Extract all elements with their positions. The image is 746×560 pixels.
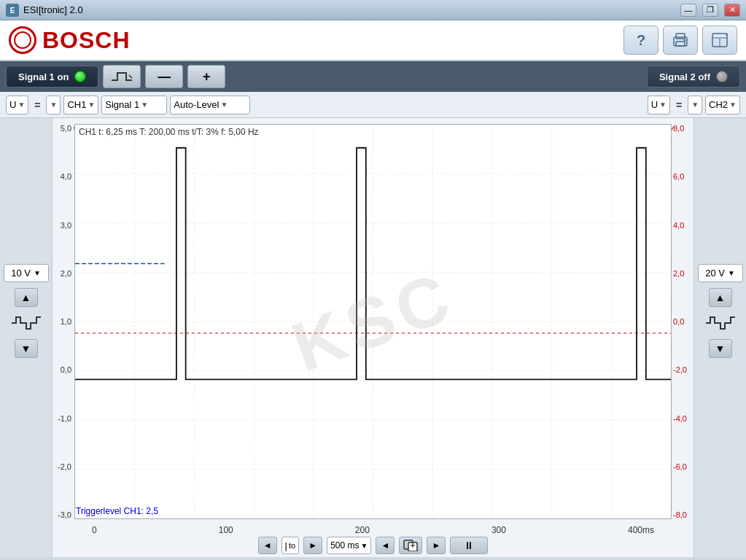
signal2-button[interactable]: Signal 2 off bbox=[647, 66, 740, 88]
ch2-unit-select[interactable]: U ▼ bbox=[648, 96, 670, 114]
nav-left-button[interactable]: ◄ bbox=[258, 537, 277, 554]
y-left-1: 1,0 bbox=[57, 317, 71, 326]
ch2-unit-label: U bbox=[651, 99, 658, 110]
minimize-button[interactable]: — bbox=[680, 4, 696, 17]
chart-area: V V 5,0 4,0 3,0 2,0 1,0 0,0 -1,0 -2,0 -3… bbox=[53, 118, 693, 557]
y-left-n1: -1,0 bbox=[57, 414, 71, 423]
time-axis: 0 100 200 300 400ms bbox=[70, 525, 676, 535]
ch2-volt-arrow: ▼ bbox=[728, 269, 735, 277]
time-400: 400ms bbox=[628, 525, 654, 535]
ch2-eq-arrow-select[interactable]: ▼ bbox=[688, 96, 702, 114]
y-axis-right: 8,0 6,0 4,0 2,0 0,0 -2,0 -4,0 -6,0 -8,0 bbox=[673, 124, 689, 519]
time-position-control[interactable]: | to bbox=[281, 537, 300, 554]
signal1-indicator bbox=[74, 71, 86, 82]
y-right-6: 6,0 bbox=[673, 172, 689, 181]
time-window-select[interactable]: 500 ms ▼ bbox=[327, 537, 371, 554]
time-200: 200 bbox=[355, 525, 370, 535]
signal-bar: Signal 1 on — + Signal 2 off bbox=[0, 61, 746, 92]
ch1-down-icon: ▼ bbox=[21, 343, 31, 354]
svg-point-5 bbox=[684, 39, 686, 42]
y-right-n6: -6,0 bbox=[673, 462, 689, 471]
copy-left-button[interactable]: ◄ bbox=[376, 537, 395, 554]
level-select[interactable]: Auto-Level ▼ bbox=[170, 96, 250, 114]
ch1-volt-label: 10 V bbox=[11, 268, 31, 279]
y-left-2: 2,0 bbox=[57, 269, 71, 278]
bosch-circle-inner-icon bbox=[14, 31, 31, 49]
ch2-volt-label: 20 V bbox=[705, 268, 725, 279]
svg-text:+: + bbox=[726, 33, 728, 37]
ch1-wave-icon bbox=[9, 313, 44, 333]
time-window-arrow: ▼ bbox=[361, 542, 368, 550]
header-buttons: ? + bbox=[623, 26, 737, 55]
svg-text:E: E bbox=[10, 7, 15, 15]
nav-right-button[interactable]: ► bbox=[303, 537, 322, 554]
y-left-4: 4,0 bbox=[57, 172, 71, 181]
level-arrow: ▼ bbox=[220, 101, 228, 109]
level-label: Auto-Level bbox=[174, 99, 219, 110]
ch1-down-button[interactable]: ▼ bbox=[15, 339, 38, 358]
svg-rect-3 bbox=[676, 34, 685, 39]
ch2-down-button[interactable]: ▼ bbox=[709, 339, 732, 358]
signal1-select[interactable]: Signal 1 ▼ bbox=[101, 96, 167, 114]
ch2-volt-select[interactable]: 20 V ▼ bbox=[698, 264, 743, 282]
bottom-controls: ◄ | to ► 500 ms ▼ ◄ ► ⏸ bbox=[70, 537, 676, 554]
ch1-unit-arrow: ▼ bbox=[18, 101, 25, 109]
signal1-label: Signal 1 on bbox=[18, 71, 69, 82]
copy-right-button[interactable]: ► bbox=[427, 537, 446, 554]
layout-button[interactable]: + bbox=[702, 26, 737, 55]
ch2-select[interactable]: CH2 ▼ bbox=[705, 96, 740, 114]
y-left-5: 5,0 bbox=[57, 124, 71, 133]
y-right-n8: -8,0 bbox=[673, 510, 689, 519]
ch2-eq: = bbox=[673, 99, 685, 111]
bosch-logo: BOSCH bbox=[9, 26, 131, 54]
ch1-select[interactable]: CH1 ▼ bbox=[63, 96, 98, 114]
plus-button[interactable]: + bbox=[187, 65, 225, 88]
print-icon bbox=[672, 33, 688, 47]
print-button[interactable] bbox=[663, 26, 698, 55]
ch2-label: CH2 bbox=[709, 99, 728, 110]
pause-icon: ⏸ bbox=[464, 540, 474, 551]
y-left-n2: -2,0 bbox=[57, 462, 71, 471]
y-right-2: 2,0 bbox=[673, 269, 689, 278]
signal1-button[interactable]: Signal 1 on bbox=[6, 66, 98, 88]
signal1-arrow: ▼ bbox=[141, 101, 148, 109]
signal2-indicator bbox=[716, 71, 728, 82]
trigger-icon bbox=[110, 69, 133, 84]
trigger-level-label: Triggerlevel CH1: 2,5 bbox=[76, 506, 158, 516]
help-button[interactable]: ? bbox=[623, 26, 658, 55]
maximize-button[interactable]: ❐ bbox=[702, 4, 718, 17]
ch1-eq: = bbox=[31, 99, 43, 111]
to-label: to bbox=[289, 541, 295, 550]
time-0: 0 bbox=[92, 525, 97, 535]
minus-button[interactable]: — bbox=[145, 65, 183, 88]
ch2-up-button[interactable]: ▲ bbox=[709, 288, 732, 307]
pause-button[interactable]: ⏸ bbox=[450, 537, 488, 554]
oscilloscope-canvas bbox=[75, 125, 671, 518]
ch1-volt-select[interactable]: 10 V ▼ bbox=[4, 264, 49, 282]
trigger-button[interactable] bbox=[103, 65, 141, 88]
header: BOSCH ? + bbox=[0, 20, 746, 61]
title-bar: E ESI[tronic] 2.0 — ❐ ✕ bbox=[0, 0, 746, 20]
signal1-select-label: Signal 1 bbox=[105, 99, 139, 110]
main-area: 10 V ▼ ▲ ▼ V V 5,0 4,0 3,0 2,0 1,0 0,0 -… bbox=[0, 118, 746, 557]
ch1-up-button[interactable]: ▲ bbox=[15, 288, 38, 307]
y-axis-left: 5,0 4,0 3,0 2,0 1,0 0,0 -1,0 -2,0 -3,0 bbox=[57, 124, 71, 519]
ch1-label: CH1 bbox=[67, 99, 86, 110]
plus-icon: + bbox=[203, 69, 211, 85]
ch1-unit-label: U bbox=[9, 99, 16, 110]
y-left-n3: -3,0 bbox=[57, 510, 71, 519]
ch1-eq-arrow-select[interactable]: ▼ bbox=[46, 96, 61, 114]
app-title: ESI[tronic] 2.0 bbox=[23, 4, 83, 15]
ch1-eq-arrow: ▼ bbox=[50, 101, 57, 109]
layout-icon: + bbox=[712, 33, 728, 47]
copy-button[interactable] bbox=[399, 537, 422, 554]
minus-icon: — bbox=[158, 69, 171, 85]
close-button[interactable]: ✕ bbox=[724, 4, 740, 17]
y-right-4: 4,0 bbox=[673, 221, 689, 230]
ch1-arrow: ▼ bbox=[88, 101, 95, 109]
ch1-up-icon: ▲ bbox=[21, 292, 31, 303]
chart-info: CH1 t: 6,25 ms T: 200,00 ms t/T: 3% f: 5… bbox=[79, 127, 259, 137]
ch1-unit-select[interactable]: U ▼ bbox=[6, 96, 28, 114]
time-window-label: 500 ms bbox=[330, 540, 359, 551]
ch2-down-icon: ▼ bbox=[715, 343, 726, 354]
